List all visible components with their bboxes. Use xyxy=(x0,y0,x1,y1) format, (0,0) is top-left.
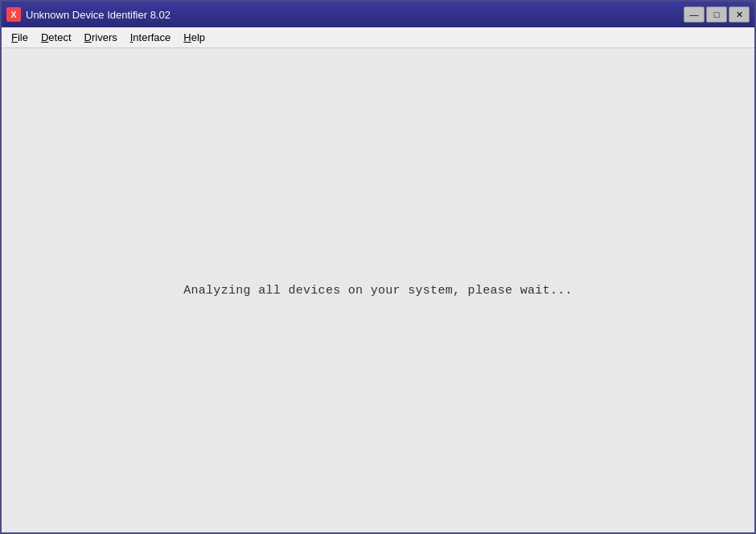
title-bar: X Unknown Device Identifier 8.02 — □ ✕ xyxy=(2,2,754,27)
menu-file-label: File xyxy=(11,31,28,43)
main-content: Analyzing all devices on your system, pl… xyxy=(2,48,754,532)
app-window: X Unknown Device Identifier 8.02 — □ ✕ F… xyxy=(0,0,756,534)
menu-help[interactable]: Help xyxy=(177,29,212,46)
app-icon: X xyxy=(6,7,21,22)
menu-detect[interactable]: Detect xyxy=(35,29,78,46)
maximize-button[interactable]: □ xyxy=(706,6,727,23)
menu-interface[interactable]: Interface xyxy=(124,29,178,46)
title-bar-buttons: — □ ✕ xyxy=(684,6,750,23)
menu-file[interactable]: File xyxy=(5,29,35,46)
menu-bar: File Detect Drivers Interface Help xyxy=(2,27,754,48)
minimize-button[interactable]: — xyxy=(684,6,705,23)
title-text: Unknown Device Identifier 8.02 xyxy=(26,9,171,21)
status-message: Analyzing all devices on your system, pl… xyxy=(183,284,573,298)
menu-drivers[interactable]: Drivers xyxy=(78,29,124,46)
menu-detect-label: Detect xyxy=(41,31,72,43)
title-bar-left: X Unknown Device Identifier 8.02 xyxy=(6,7,171,22)
menu-interface-label: Interface xyxy=(130,31,171,43)
close-button[interactable]: ✕ xyxy=(729,6,750,23)
menu-drivers-label: Drivers xyxy=(84,31,117,43)
menu-help-label: Help xyxy=(183,31,205,43)
